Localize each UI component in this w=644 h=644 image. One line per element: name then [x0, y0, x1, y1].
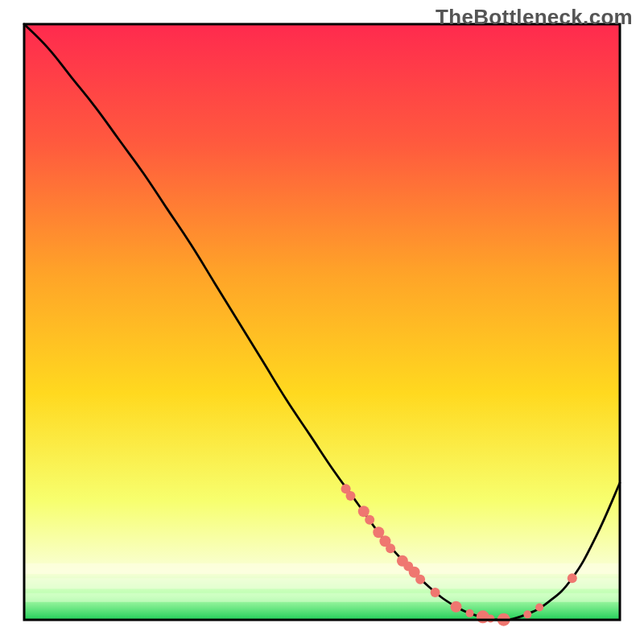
data-point: [523, 610, 531, 618]
plot-background: [24, 24, 620, 620]
data-point: [535, 603, 543, 611]
svg-rect-2: [24, 593, 620, 602]
svg-rect-0: [24, 564, 620, 574]
data-point: [466, 609, 474, 617]
data-point: [358, 506, 369, 517]
svg-rect-1: [24, 578, 620, 588]
bottleneck-curve-chart: [0, 0, 644, 644]
banding-group: [24, 564, 620, 602]
data-point: [568, 573, 577, 583]
data-point: [431, 588, 440, 597]
data-point: [415, 575, 425, 584]
data-point: [365, 515, 374, 525]
data-point: [386, 543, 395, 553]
data-point: [346, 491, 356, 501]
data-point: [451, 601, 462, 613]
